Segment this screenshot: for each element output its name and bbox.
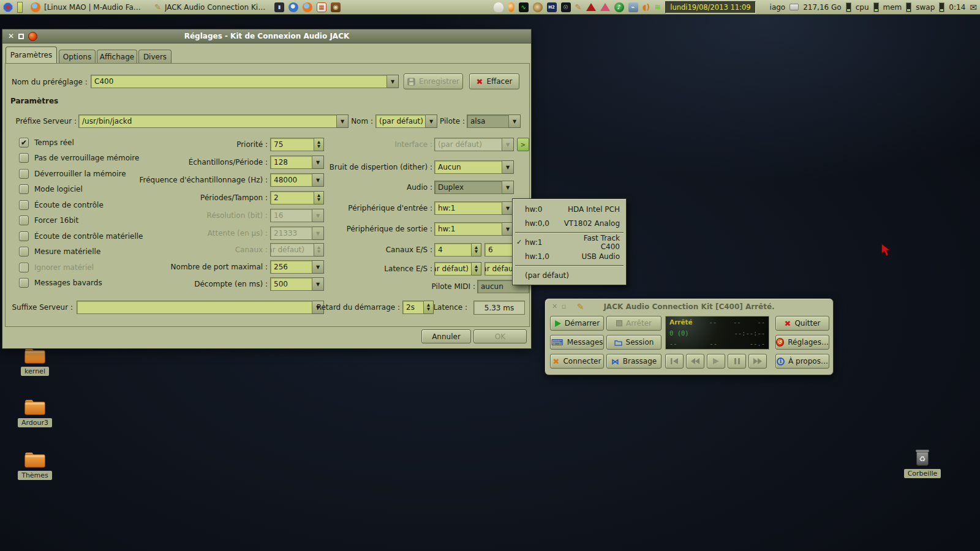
spin-arrows-icon[interactable]: ▲▼: [472, 243, 481, 257]
checkbox-verbose[interactable]: Messages bavards: [19, 277, 102, 289]
checkbox-hw-meter[interactable]: Mesure matérielle: [19, 246, 100, 258]
hydrogen-tray-icon[interactable]: H2: [547, 2, 557, 12]
patchbay-button[interactable]: ⋈ Brassage: [606, 354, 662, 369]
camera-tray-icon[interactable]: ◉: [331, 2, 341, 12]
chevron-down-icon[interactable]: ▼: [502, 138, 514, 151]
chevron-down-icon[interactable]: ▼: [502, 160, 514, 174]
spray-tray-icon[interactable]: [494, 2, 503, 12]
cancel-button[interactable]: Annuler: [421, 329, 471, 343]
settings-titlebar[interactable]: ✕ Réglages - Kit de Connexion Audio JACK: [2, 29, 531, 43]
terminal-tray-icon[interactable]: ▮: [274, 2, 284, 12]
menu-item-hw1-selected[interactable]: ✓ hw:1 Fast Track C400: [513, 235, 626, 249]
delete-preset-button[interactable]: ✖ Effacer: [469, 73, 519, 89]
workspace-pager[interactable]: [17, 2, 23, 13]
desktop-icon-kernel[interactable]: kernel: [15, 347, 55, 376]
maximize-icon[interactable]: [16, 31, 26, 41]
chevron-down-icon[interactable]: ▼: [509, 114, 521, 128]
image-viewer-tray-icon[interactable]: ▦: [317, 2, 326, 12]
desktop-icon-ardour3[interactable]: Ardour3: [15, 398, 55, 427]
checkbox-force-16bit[interactable]: Forcer 16bit: [19, 214, 78, 227]
spin-arrows-icon[interactable]: ▲▼: [424, 301, 434, 314]
cpu-meter[interactable]: [846, 2, 851, 12]
audio-mixer-icon[interactable]: [3, 2, 13, 12]
svg-text:♻: ♻: [919, 455, 926, 463]
taskbar-window-firefox[interactable]: [Linux MAO | M-Audio Fast ...: [27, 1, 146, 13]
checkbox-ignore-hw[interactable]: Ignorer matériel: [19, 261, 94, 274]
chevron-down-icon[interactable]: ▼: [502, 181, 514, 194]
spin-arrows-icon[interactable]: ▲▼: [472, 262, 481, 276]
menu-item-hw0[interactable]: hw:0 HDA Intel PCH: [513, 202, 626, 216]
swirl-tray-icon[interactable]: [288, 2, 298, 12]
tab-parametres[interactable]: Paramètres: [6, 47, 57, 63]
net-meter[interactable]: [939, 2, 944, 12]
output-device-combo[interactable]: hw:1▼: [434, 222, 514, 236]
panel-clock[interactable]: lundi19/08/2013 11:09: [665, 1, 755, 13]
wifi-tray-icon[interactable]: ≋: [654, 2, 661, 12]
interface-list-button[interactable]: >: [517, 138, 529, 151]
menu-item-hw10[interactable]: hw:1,0 USB Audio: [513, 249, 626, 263]
pen-tray-icon[interactable]: ✎: [575, 2, 582, 12]
menu-item-default[interactable]: (par défaut): [513, 268, 626, 282]
start-delay-spinbox[interactable]: 2s▲▼: [402, 301, 434, 314]
quit-button[interactable]: ✖ Quitter: [775, 316, 829, 331]
chevron-down-icon[interactable]: ▼: [387, 75, 399, 88]
plug-tray-icon[interactable]: ⌁: [628, 2, 638, 12]
desktop-icon-themes[interactable]: Thèmes: [15, 451, 55, 480]
start-button[interactable]: Démarrer: [550, 316, 604, 331]
ok-button[interactable]: OK: [473, 329, 527, 343]
preset-name-value[interactable]: C400: [91, 75, 387, 88]
mem-meter[interactable]: [873, 2, 879, 12]
chevron-down-icon[interactable]: ▼: [426, 114, 437, 128]
server-prefix-combo[interactable]: /usr/bin/jackd ▼: [78, 114, 349, 128]
save-preset-button[interactable]: Enregistrer: [404, 73, 463, 89]
desktop-icon-trash[interactable]: ♻ Corbeille: [902, 448, 943, 478]
qjackctl-tray-icon[interactable]: ☉: [561, 2, 571, 12]
chevron-down-icon[interactable]: ▼: [337, 114, 349, 128]
messages-button[interactable]: ⌨ Messages: [550, 335, 604, 350]
checkbox-checked-icon[interactable]: ✔: [19, 138, 29, 148]
driver-combo[interactable]: alsa ▼: [467, 114, 521, 128]
connect-button[interactable]: ✖ Connecter: [550, 354, 604, 369]
music-note-tray-icon[interactable]: ♪: [614, 2, 624, 12]
in-channels-spinbox[interactable]: 4▲▼: [434, 243, 481, 257]
tab-affichage[interactable]: Affichage: [97, 50, 137, 63]
close-icon[interactable]: ✕: [6, 31, 16, 41]
about-button[interactable]: i À propos…: [775, 354, 829, 369]
red-x-icon: ✖: [476, 77, 483, 86]
close-icon[interactable]: ✕: [550, 302, 559, 310]
mail-icon[interactable]: ✉: [970, 2, 977, 12]
audio-mode-combo[interactable]: Duplex▼: [434, 181, 514, 194]
qjackctl-titlebar[interactable]: ✕ ▫ ✎ JACK Audio Connection Kit [C400] A…: [545, 301, 833, 312]
minimize-icon[interactable]: ▫: [559, 302, 568, 310]
menu-item-hw00[interactable]: hw:0,0 VT1802 Analog: [513, 216, 626, 230]
volume-tray-icon[interactable]: ◖): [643, 2, 650, 12]
drop-tray-icon[interactable]: [508, 2, 514, 12]
tab-divers[interactable]: Divers: [138, 50, 172, 63]
stop-button[interactable]: Arrêter: [606, 316, 662, 331]
preset-name-combo[interactable]: C400 ▼: [91, 75, 399, 88]
ardour-mixer-tray-icon[interactable]: [600, 3, 610, 11]
gramophone-tray-icon[interactable]: [533, 2, 543, 12]
rewind-button[interactable]: [686, 354, 704, 369]
rewind-to-start-button[interactable]: [665, 354, 684, 369]
tab-options[interactable]: Options: [59, 50, 96, 63]
in-latency-spinbox[interactable]: (par défaut)▲▼: [434, 262, 481, 276]
checkbox-monitor[interactable]: Écoute de contrôle: [19, 199, 104, 211]
input-device-combo[interactable]: hw:1▼: [434, 201, 514, 215]
taskbar-window-jack[interactable]: ✎ JACK Audio Connection Kit [...: [151, 1, 270, 13]
ardour-tray-icon[interactable]: [586, 3, 596, 11]
firefox-tray-icon[interactable]: [303, 2, 312, 12]
scope-tray-icon[interactable]: ∿: [519, 2, 529, 12]
server-name-combo[interactable]: (par défaut) ▼: [375, 114, 437, 128]
interface-combo[interactable]: (par défaut)▼: [434, 138, 514, 151]
checkbox-realtime[interactable]: ✔Temps réel: [19, 137, 74, 149]
session-button[interactable]: Session: [606, 335, 662, 350]
swap-meter[interactable]: [906, 2, 911, 12]
transport-play-button[interactable]: [707, 354, 725, 369]
forward-button[interactable]: [748, 354, 767, 369]
transport-pause-button[interactable]: [728, 354, 746, 369]
dither-combo[interactable]: Aucun▼: [434, 160, 514, 174]
checkbox-soft-mode[interactable]: Mode logiciel: [19, 183, 83, 195]
server-suffix-combo[interactable]: ▼: [77, 301, 324, 314]
settings-button[interactable]: ↺ Réglages…: [775, 335, 829, 350]
